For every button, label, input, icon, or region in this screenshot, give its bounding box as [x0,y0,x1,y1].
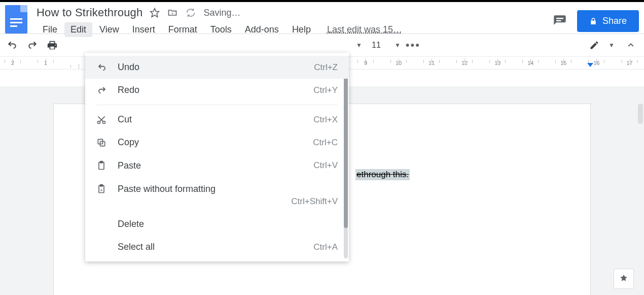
docs-logo-icon[interactable] [5,5,27,34]
paste-icon [96,160,111,171]
menu-item-label: Paste without formatting [118,184,338,194]
menu-item-label: Select all [118,242,313,252]
ruler-label: 15 [560,60,566,66]
svg-text:A: A [100,188,103,192]
font-size-value: 11 [367,41,385,50]
app-header: How to Strikethrough Saving… File Edit V… [0,2,644,34]
editing-mode-chevron-icon[interactable]: ▼ [609,42,615,49]
menu-separator [96,105,338,105]
editing-mode-icon[interactable] [589,40,599,50]
ruler-label: 1 [44,60,47,66]
menu-item-label: Delete [118,219,338,230]
move-folder-icon[interactable] [167,8,178,18]
selected-strikethrough-text[interactable]: ethrough this. [355,169,410,180]
last-edit-link[interactable]: Last edit was 15… [327,24,402,35]
svg-rect-10 [100,161,103,163]
edit-dropdown-menu: Undo Ctrl+Z Redo Ctrl+Y Cut Ctrl+X Copy … [85,53,349,261]
ruler-label: 14 [527,60,533,66]
menu-item-label: Cut [118,114,313,125]
copy-icon [96,138,111,148]
ruler-label: 2 [11,60,14,66]
menu-item-select-all[interactable]: Select all Ctrl+A [85,236,349,258]
menu-item-cut[interactable]: Cut Ctrl+X [85,108,349,131]
menu-item-paste[interactable]: Paste Ctrl+V [85,154,349,177]
svg-rect-2 [556,20,561,21]
menu-item-label: Redo [118,85,313,95]
menu-item-undo[interactable]: Undo Ctrl+Z [85,56,349,79]
svg-rect-1 [556,18,563,19]
menu-item-redo[interactable]: Redo Ctrl+Y [85,79,349,102]
paste-plain-icon: A [96,183,111,194]
document-title[interactable]: How to Strikethrough [37,6,142,19]
menu-item-label: Paste [118,160,313,171]
share-button[interactable]: Share [577,10,639,32]
font-size-chevron-icon: ▼ [395,42,401,49]
menu-item-delete[interactable]: Delete [85,213,349,236]
ruler-label: 11 [428,60,435,66]
ruler-label: 10 [396,60,402,66]
ruler-label: 16 [593,60,599,66]
saving-status: Saving… [203,8,240,18]
share-label: Share [602,16,627,26]
ruler-label: 9 [364,60,367,66]
title-column: How to Strikethrough Saving… File Edit V… [37,5,553,37]
toolbar-print-icon[interactable] [47,40,62,51]
menu-item-shortcut: Ctrl+Y [313,85,338,95]
menu-item-shortcut: Ctrl+A [313,242,338,252]
undo-icon [96,63,111,72]
menu-item-shortcut: Ctrl+Shift+V [96,196,338,207]
lock-icon [589,17,597,26]
ruler-label: 13 [494,60,500,66]
font-size-selector[interactable]: 11 ▼ [367,41,401,50]
menu-item-shortcut: Ctrl+V [313,160,338,171]
collapse-toolbar-icon[interactable] [624,38,638,52]
redo-icon [96,86,111,95]
menu-item-label: Undo [118,62,314,73]
font-family-chevron-icon[interactable]: ▼ [356,42,362,49]
ruler-right-indent-marker[interactable] [587,63,593,67]
menu-item-shortcut: Ctrl+X [313,115,338,125]
menu-item-shortcut: Ctrl+Z [314,62,338,73]
svg-marker-0 [151,9,159,17]
svg-rect-12 [100,185,103,186]
comments-icon[interactable] [553,14,567,28]
menu-item-copy[interactable]: Copy Ctrl+C [85,131,349,154]
menu-item-shortcut: Ctrl+C [313,138,338,148]
ruler-label: 12 [461,60,468,66]
menu-item-label: Copy [118,137,313,148]
cloud-sync-icon[interactable] [185,7,196,18]
menu-item-paste-without-formatting[interactable]: A Paste without formatting Ctrl+Shift+V [85,177,349,213]
toolbar-more-icon[interactable]: ••• [406,39,420,52]
toolbar-redo-icon[interactable] [26,40,42,50]
toolbar-undo-icon[interactable] [6,40,21,50]
ruler-label: 17 [626,60,632,66]
explore-button[interactable] [614,269,634,289]
title-row: How to Strikethrough Saving… [37,5,553,20]
header-right: Share [553,5,639,32]
star-icon[interactable] [150,8,160,18]
vertical-scrollbar[interactable] [638,104,643,124]
cut-icon [96,115,111,125]
